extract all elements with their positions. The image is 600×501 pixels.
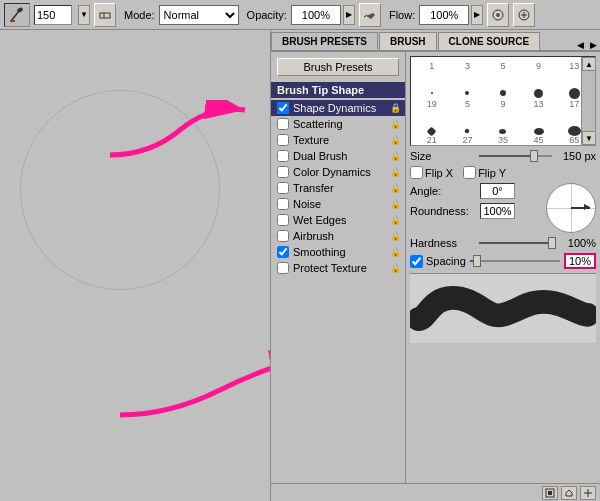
brush-list: Brush Presets Brush Tip Shape Shape Dyna… (271, 52, 406, 483)
shape-dynamics-checkbox[interactable] (277, 102, 289, 114)
brush-preview (410, 273, 596, 343)
status-icons (542, 486, 596, 500)
smoothing-lock: 🔒 (390, 247, 401, 257)
tip-label-45: 45 (522, 135, 556, 146)
panel-next-arrow[interactable]: ▶ (587, 40, 600, 50)
right-panel: BRUSH PRESETS BRUSH CLONE SOURCE ◀ ▶ Bru… (270, 30, 600, 501)
transfer-lock: 🔒 (390, 183, 401, 193)
flip-row: Flip X Flip Y (410, 166, 596, 179)
hardness-slider-fill (479, 242, 552, 244)
brush-tip-shape-header: Brush Tip Shape (271, 82, 405, 98)
scroll-down-btn[interactable]: ▼ (582, 131, 596, 145)
svg-rect-14 (548, 491, 552, 495)
brush-option-noise[interactable]: Noise 🔒 (271, 196, 405, 212)
brush-option-smoothing[interactable]: Smoothing 🔒 (271, 244, 405, 260)
opacity-group: 100% ▶ (291, 5, 355, 25)
smoothing-checkbox[interactable] (277, 246, 289, 258)
brush-option-transfer[interactable]: Transfer 🔒 (271, 180, 405, 196)
flip-y-item: Flip Y (463, 166, 506, 179)
brush-option-wet-edges[interactable]: Wet Edges 🔒 (271, 212, 405, 228)
status-icon-2[interactable] (561, 486, 577, 500)
flow-group: 100% ▶ (419, 5, 483, 25)
color-dynamics-label: Color Dynamics (293, 166, 388, 178)
scroll-track (582, 71, 595, 131)
brush-option-protect-texture[interactable]: Protect Texture 🔒 (271, 260, 405, 276)
flow-arr[interactable]: ▶ (471, 5, 483, 25)
scattering-label: Scattering (293, 118, 388, 130)
tip-label-5: 5 (486, 61, 520, 81)
airbrush-checkbox[interactable] (277, 230, 289, 242)
color-dynamics-checkbox[interactable] (277, 166, 289, 178)
tab-clone-source[interactable]: CLONE SOURCE (438, 32, 541, 50)
tip-label-1: 1 (415, 61, 449, 81)
texture-checkbox[interactable] (277, 134, 289, 146)
tip-label-35: 35 (486, 135, 520, 146)
texture-label: Texture (293, 134, 388, 146)
brush-option-scattering[interactable]: Scattering 🔒 (271, 116, 405, 132)
shape-dynamics-label: Shape Dynamics (293, 102, 388, 114)
wet-edges-checkbox[interactable] (277, 214, 289, 226)
tip-label-21: 21 (415, 135, 449, 146)
brush-option-shape-dynamics[interactable]: Shape Dynamics 🔒 (271, 100, 405, 116)
brush-option-airbrush[interactable]: Airbrush 🔒 (271, 228, 405, 244)
canvas-area[interactable] (0, 30, 270, 501)
transfer-label: Transfer (293, 182, 388, 194)
tablet-flow-btn[interactable] (513, 3, 535, 27)
panel-prev-arrow[interactable]: ◀ (574, 40, 587, 50)
noise-checkbox[interactable] (277, 198, 289, 210)
airbrush-lock: 🔒 (390, 231, 401, 241)
smoothing-label: Smoothing (293, 246, 388, 258)
angle-label: Angle: (410, 185, 480, 197)
brush-presets-btn[interactable]: Brush Presets (277, 58, 399, 76)
angle-row: Angle: 0° (410, 183, 538, 199)
shape-dynamics-lock: 🔒 (390, 103, 401, 113)
protect-texture-checkbox[interactable] (277, 262, 289, 274)
tip-scrollbar[interactable]: ▲ ▼ (581, 57, 595, 145)
flip-x-checkbox[interactable] (410, 166, 423, 179)
scroll-up-btn[interactable]: ▲ (582, 57, 596, 71)
roundness-row: Roundness: 100% (410, 203, 538, 219)
flip-y-checkbox[interactable] (463, 166, 476, 179)
brush-tool-btn[interactable] (4, 3, 30, 27)
arrow-1 (100, 100, 255, 165)
tablet-pressure-btn[interactable] (487, 3, 509, 27)
angle-controls: Angle: 0° Roundness: 100% (410, 183, 538, 222)
brush-size-arr[interactable]: ▼ (78, 5, 90, 25)
tab-brush[interactable]: BRUSH (379, 32, 437, 50)
status-icon-1[interactable] (542, 486, 558, 500)
mode-select[interactable]: Normal (159, 5, 239, 25)
erase-btn[interactable] (94, 3, 116, 27)
roundness-input[interactable]: 100% (480, 203, 515, 219)
spacing-slider[interactable] (470, 255, 560, 267)
noise-lock: 🔒 (390, 199, 401, 209)
spacing-checkbox[interactable] (410, 255, 423, 268)
transfer-checkbox[interactable] (277, 182, 289, 194)
status-icon-3[interactable] (580, 486, 596, 500)
hardness-slider-thumb[interactable] (548, 237, 556, 249)
spacing-slider-thumb[interactable] (473, 255, 481, 267)
flip-y-label: Flip Y (478, 167, 506, 179)
tab-brush-presets[interactable]: BRUSH PRESETS (271, 32, 378, 50)
size-slider[interactable] (479, 150, 552, 162)
tip-label-9: 9 (522, 61, 556, 81)
airbrush-btn[interactable] (359, 3, 381, 27)
dual-brush-checkbox[interactable] (277, 150, 289, 162)
size-slider-thumb[interactable] (530, 150, 538, 162)
brush-option-color-dynamics[interactable]: Color Dynamics 🔒 (271, 164, 405, 180)
color-dynamics-lock: 🔒 (390, 167, 401, 177)
brush-option-texture[interactable]: Texture 🔒 (271, 132, 405, 148)
protect-texture-label: Protect Texture (293, 262, 388, 274)
main-area: BRUSH PRESETS BRUSH CLONE SOURCE ◀ ▶ Bru… (0, 30, 600, 501)
opacity-arr[interactable]: ▶ (343, 5, 355, 25)
scattering-checkbox[interactable] (277, 118, 289, 130)
dual-brush-label: Dual Brush (293, 150, 388, 162)
brush-option-dual-brush[interactable]: Dual Brush 🔒 (271, 148, 405, 164)
protect-texture-lock: 🔒 (390, 263, 401, 273)
tip-label-19: 19 (415, 99, 449, 119)
brush-size-value: 150 (35, 9, 55, 21)
angle-compass[interactable] (546, 183, 596, 233)
flow-input[interactable]: 100% (419, 5, 469, 25)
opacity-input[interactable]: 100% (291, 5, 341, 25)
hardness-slider[interactable] (479, 237, 552, 249)
angle-input[interactable]: 0° (480, 183, 515, 199)
